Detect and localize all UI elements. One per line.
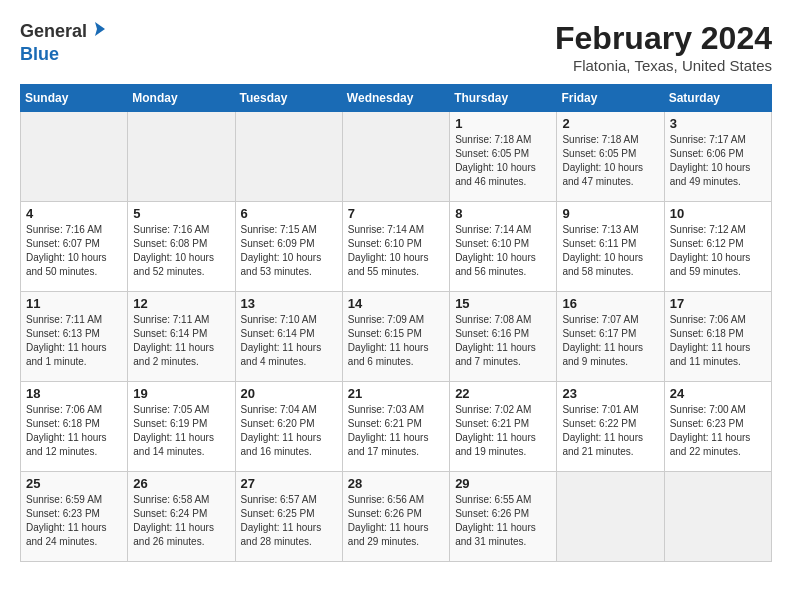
calendar-cell: 28Sunrise: 6:56 AM Sunset: 6:26 PM Dayli… bbox=[342, 472, 449, 562]
day-info: Sunrise: 7:18 AM Sunset: 6:05 PM Dayligh… bbox=[562, 133, 658, 189]
day-number: 19 bbox=[133, 386, 229, 401]
calendar-cell bbox=[342, 112, 449, 202]
header-cell-thursday: Thursday bbox=[450, 85, 557, 112]
day-number: 20 bbox=[241, 386, 337, 401]
day-info: Sunrise: 7:16 AM Sunset: 6:07 PM Dayligh… bbox=[26, 223, 122, 279]
day-info: Sunrise: 7:16 AM Sunset: 6:08 PM Dayligh… bbox=[133, 223, 229, 279]
day-info: Sunrise: 7:07 AM Sunset: 6:17 PM Dayligh… bbox=[562, 313, 658, 369]
day-number: 28 bbox=[348, 476, 444, 491]
calendar-cell: 21Sunrise: 7:03 AM Sunset: 6:21 PM Dayli… bbox=[342, 382, 449, 472]
day-number: 22 bbox=[455, 386, 551, 401]
day-number: 8 bbox=[455, 206, 551, 221]
day-info: Sunrise: 7:08 AM Sunset: 6:16 PM Dayligh… bbox=[455, 313, 551, 369]
header-cell-monday: Monday bbox=[128, 85, 235, 112]
calendar-cell: 16Sunrise: 7:07 AM Sunset: 6:17 PM Dayli… bbox=[557, 292, 664, 382]
day-number: 27 bbox=[241, 476, 337, 491]
header-cell-saturday: Saturday bbox=[664, 85, 771, 112]
day-number: 5 bbox=[133, 206, 229, 221]
calendar-cell: 15Sunrise: 7:08 AM Sunset: 6:16 PM Dayli… bbox=[450, 292, 557, 382]
day-info: Sunrise: 6:57 AM Sunset: 6:25 PM Dayligh… bbox=[241, 493, 337, 549]
day-number: 6 bbox=[241, 206, 337, 221]
calendar-cell: 27Sunrise: 6:57 AM Sunset: 6:25 PM Dayli… bbox=[235, 472, 342, 562]
calendar-cell: 12Sunrise: 7:11 AM Sunset: 6:14 PM Dayli… bbox=[128, 292, 235, 382]
day-number: 25 bbox=[26, 476, 122, 491]
day-info: Sunrise: 7:09 AM Sunset: 6:15 PM Dayligh… bbox=[348, 313, 444, 369]
day-info: Sunrise: 7:11 AM Sunset: 6:14 PM Dayligh… bbox=[133, 313, 229, 369]
logo-bird-icon bbox=[89, 20, 107, 38]
day-info: Sunrise: 7:10 AM Sunset: 6:14 PM Dayligh… bbox=[241, 313, 337, 369]
calendar-week-row: 4Sunrise: 7:16 AM Sunset: 6:07 PM Daylig… bbox=[21, 202, 772, 292]
calendar-cell: 1Sunrise: 7:18 AM Sunset: 6:05 PM Daylig… bbox=[450, 112, 557, 202]
calendar-cell: 9Sunrise: 7:13 AM Sunset: 6:11 PM Daylig… bbox=[557, 202, 664, 292]
day-info: Sunrise: 7:11 AM Sunset: 6:13 PM Dayligh… bbox=[26, 313, 122, 369]
header-cell-friday: Friday bbox=[557, 85, 664, 112]
calendar-cell: 10Sunrise: 7:12 AM Sunset: 6:12 PM Dayli… bbox=[664, 202, 771, 292]
day-info: Sunrise: 7:03 AM Sunset: 6:21 PM Dayligh… bbox=[348, 403, 444, 459]
calendar-cell: 22Sunrise: 7:02 AM Sunset: 6:21 PM Dayli… bbox=[450, 382, 557, 472]
calendar-week-row: 11Sunrise: 7:11 AM Sunset: 6:13 PM Dayli… bbox=[21, 292, 772, 382]
calendar-cell bbox=[128, 112, 235, 202]
header-cell-wednesday: Wednesday bbox=[342, 85, 449, 112]
svg-marker-0 bbox=[95, 22, 105, 36]
calendar-cell: 17Sunrise: 7:06 AM Sunset: 6:18 PM Dayli… bbox=[664, 292, 771, 382]
calendar-cell bbox=[21, 112, 128, 202]
calendar-cell: 24Sunrise: 7:00 AM Sunset: 6:23 PM Dayli… bbox=[664, 382, 771, 472]
day-info: Sunrise: 7:14 AM Sunset: 6:10 PM Dayligh… bbox=[348, 223, 444, 279]
calendar-cell bbox=[235, 112, 342, 202]
day-info: Sunrise: 6:58 AM Sunset: 6:24 PM Dayligh… bbox=[133, 493, 229, 549]
day-number: 29 bbox=[455, 476, 551, 491]
calendar-cell: 3Sunrise: 7:17 AM Sunset: 6:06 PM Daylig… bbox=[664, 112, 771, 202]
calendar-subtitle: Flatonia, Texas, United States bbox=[555, 57, 772, 74]
day-info: Sunrise: 7:01 AM Sunset: 6:22 PM Dayligh… bbox=[562, 403, 658, 459]
calendar-cell: 20Sunrise: 7:04 AM Sunset: 6:20 PM Dayli… bbox=[235, 382, 342, 472]
day-info: Sunrise: 6:59 AM Sunset: 6:23 PM Dayligh… bbox=[26, 493, 122, 549]
day-number: 17 bbox=[670, 296, 766, 311]
day-number: 9 bbox=[562, 206, 658, 221]
day-info: Sunrise: 7:00 AM Sunset: 6:23 PM Dayligh… bbox=[670, 403, 766, 459]
calendar-body: 1Sunrise: 7:18 AM Sunset: 6:05 PM Daylig… bbox=[21, 112, 772, 562]
day-number: 14 bbox=[348, 296, 444, 311]
day-number: 2 bbox=[562, 116, 658, 131]
logo-blue: Blue bbox=[20, 44, 59, 64]
day-number: 10 bbox=[670, 206, 766, 221]
calendar-cell bbox=[664, 472, 771, 562]
calendar-cell: 23Sunrise: 7:01 AM Sunset: 6:22 PM Dayli… bbox=[557, 382, 664, 472]
day-number: 13 bbox=[241, 296, 337, 311]
day-number: 15 bbox=[455, 296, 551, 311]
calendar-cell: 26Sunrise: 6:58 AM Sunset: 6:24 PM Dayli… bbox=[128, 472, 235, 562]
day-info: Sunrise: 7:02 AM Sunset: 6:21 PM Dayligh… bbox=[455, 403, 551, 459]
day-info: Sunrise: 7:14 AM Sunset: 6:10 PM Dayligh… bbox=[455, 223, 551, 279]
day-info: Sunrise: 7:04 AM Sunset: 6:20 PM Dayligh… bbox=[241, 403, 337, 459]
calendar-week-row: 1Sunrise: 7:18 AM Sunset: 6:05 PM Daylig… bbox=[21, 112, 772, 202]
calendar-cell: 11Sunrise: 7:11 AM Sunset: 6:13 PM Dayli… bbox=[21, 292, 128, 382]
day-info: Sunrise: 7:06 AM Sunset: 6:18 PM Dayligh… bbox=[26, 403, 122, 459]
calendar-cell: 2Sunrise: 7:18 AM Sunset: 6:05 PM Daylig… bbox=[557, 112, 664, 202]
calendar-cell: 18Sunrise: 7:06 AM Sunset: 6:18 PM Dayli… bbox=[21, 382, 128, 472]
day-info: Sunrise: 7:05 AM Sunset: 6:19 PM Dayligh… bbox=[133, 403, 229, 459]
calendar-cell: 6Sunrise: 7:15 AM Sunset: 6:09 PM Daylig… bbox=[235, 202, 342, 292]
day-info: Sunrise: 7:18 AM Sunset: 6:05 PM Dayligh… bbox=[455, 133, 551, 189]
day-info: Sunrise: 6:55 AM Sunset: 6:26 PM Dayligh… bbox=[455, 493, 551, 549]
day-number: 21 bbox=[348, 386, 444, 401]
day-number: 16 bbox=[562, 296, 658, 311]
calendar-week-row: 18Sunrise: 7:06 AM Sunset: 6:18 PM Dayli… bbox=[21, 382, 772, 472]
calendar-cell: 29Sunrise: 6:55 AM Sunset: 6:26 PM Dayli… bbox=[450, 472, 557, 562]
day-info: Sunrise: 7:06 AM Sunset: 6:18 PM Dayligh… bbox=[670, 313, 766, 369]
calendar-cell: 19Sunrise: 7:05 AM Sunset: 6:19 PM Dayli… bbox=[128, 382, 235, 472]
day-number: 23 bbox=[562, 386, 658, 401]
day-info: Sunrise: 7:15 AM Sunset: 6:09 PM Dayligh… bbox=[241, 223, 337, 279]
calendar-header-row: SundayMondayTuesdayWednesdayThursdayFrid… bbox=[21, 85, 772, 112]
day-number: 3 bbox=[670, 116, 766, 131]
day-number: 11 bbox=[26, 296, 122, 311]
calendar-cell bbox=[557, 472, 664, 562]
day-info: Sunrise: 7:17 AM Sunset: 6:06 PM Dayligh… bbox=[670, 133, 766, 189]
calendar-cell: 7Sunrise: 7:14 AM Sunset: 6:10 PM Daylig… bbox=[342, 202, 449, 292]
day-number: 7 bbox=[348, 206, 444, 221]
day-number: 12 bbox=[133, 296, 229, 311]
calendar-cell: 4Sunrise: 7:16 AM Sunset: 6:07 PM Daylig… bbox=[21, 202, 128, 292]
calendar-cell: 25Sunrise: 6:59 AM Sunset: 6:23 PM Dayli… bbox=[21, 472, 128, 562]
day-number: 24 bbox=[670, 386, 766, 401]
day-number: 18 bbox=[26, 386, 122, 401]
calendar-cell: 8Sunrise: 7:14 AM Sunset: 6:10 PM Daylig… bbox=[450, 202, 557, 292]
day-info: Sunrise: 7:13 AM Sunset: 6:11 PM Dayligh… bbox=[562, 223, 658, 279]
